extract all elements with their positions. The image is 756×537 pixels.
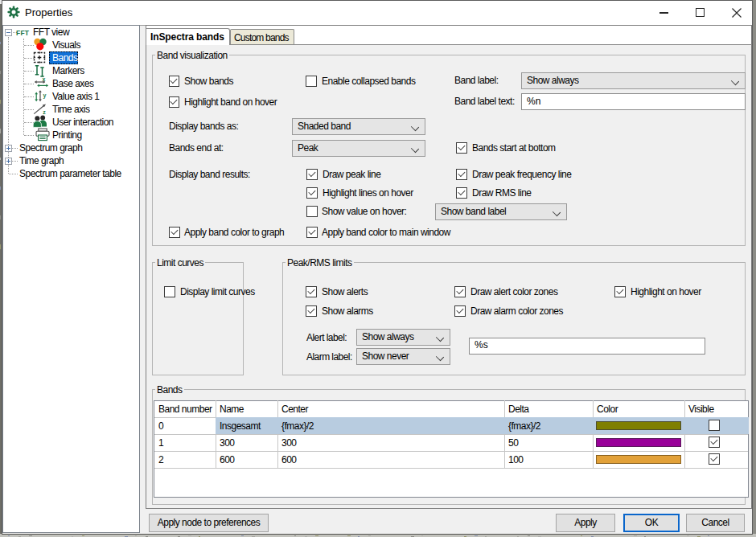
svg-text:z: z [43, 109, 46, 115]
svg-text:x: x [43, 76, 46, 82]
svg-text:y: y [43, 92, 47, 99]
